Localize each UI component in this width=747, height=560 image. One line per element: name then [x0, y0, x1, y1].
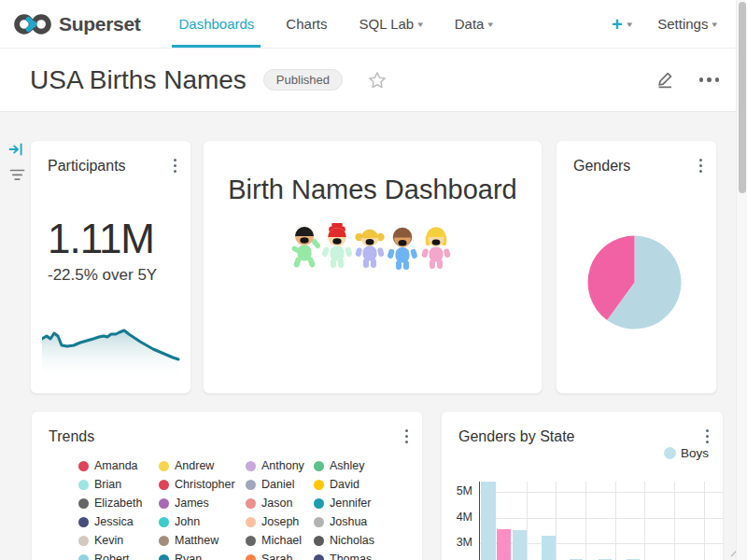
legend-item-matthew[interactable]: Matthew [159, 531, 246, 550]
participants-sparkline-chart [42, 320, 182, 374]
legend-item-christopher[interactable]: Christopher [159, 475, 246, 494]
legend-item-ashley[interactable]: Ashley [314, 456, 398, 475]
legend-item-brian[interactable]: Brian [78, 475, 159, 494]
legend-dot [78, 498, 89, 509]
caret-down-icon: ▾ [627, 20, 632, 29]
published-badge[interactable]: Published [263, 69, 343, 91]
nav-label: SQL Lab [359, 16, 415, 32]
superset-infinity-icon [13, 10, 52, 38]
legend-item-robert[interactable]: Robert [78, 550, 159, 560]
legend-item-elizabeth[interactable]: Elizabeth [78, 494, 159, 512]
genders-by-state-bar-chart [479, 482, 724, 560]
brand-name: Superset [59, 13, 140, 35]
bar-boys[interactable] [481, 482, 496, 560]
more-actions-icon[interactable] [699, 77, 720, 82]
legend-item-kevin[interactable]: Kevin [78, 531, 159, 550]
legend-item-amanda[interactable]: Amanda [78, 456, 159, 475]
legend-item-joseph[interactable]: Joseph [246, 512, 314, 531]
nav-label: Data [455, 16, 485, 32]
header-card-title: Birth Names Dashboard [204, 175, 542, 205]
nav-tab-sql-lab[interactable]: SQL Lab ▾ [344, 0, 439, 48]
settings-menu[interactable]: Settings ▾ [657, 16, 717, 32]
bar-boys[interactable] [513, 530, 527, 560]
legend-label: Amanda [94, 459, 138, 472]
title-actions [655, 70, 720, 90]
card-title: Genders [573, 158, 630, 175]
legend-dot [78, 536, 89, 546]
legend-item-joshua[interactable]: Joshua [314, 512, 398, 531]
card-menu-icon[interactable] [698, 157, 704, 175]
legend-label: Anthony [261, 459, 304, 472]
legend-item-david[interactable]: David [314, 475, 398, 494]
legend-item-jessica[interactable]: Jessica [78, 512, 159, 531]
nav-tab-charts[interactable]: Charts [270, 0, 343, 48]
card-menu-icon[interactable] [403, 427, 410, 445]
card-menu-icon[interactable] [704, 427, 711, 445]
legend-label: Robert [94, 553, 130, 560]
filter-side-toolbar [7, 141, 26, 182]
gridline [644, 482, 645, 560]
bar-boys[interactable] [542, 536, 556, 560]
dashboard-header-card: Birth Names Dashboard [203, 140, 543, 394]
nav-tab-data[interactable]: Data ▾ [439, 0, 509, 48]
legend-label: Andrew [175, 459, 214, 472]
nav-tab-dashboards[interactable]: Dashboards [162, 0, 270, 48]
nav-label: Charts [286, 16, 327, 32]
legend-dot [314, 498, 324, 509]
legend-dot [314, 536, 324, 546]
filter-list-icon[interactable] [9, 168, 25, 182]
genders-pie-chart [587, 235, 682, 329]
y-axis-tick-label: 4M [442, 511, 472, 524]
legend-item-thomas[interactable]: Thomas [314, 550, 398, 560]
legend-item-andrew[interactable]: Andrew [159, 456, 246, 475]
navbar: Superset Dashboards Charts SQL Lab ▾ Dat… [0, 0, 747, 49]
legend-item-michael[interactable]: Michael [246, 531, 314, 550]
legend-dot [246, 536, 256, 546]
new-item-button[interactable]: + ▾ [612, 15, 631, 34]
legend-label: Ashley [330, 459, 365, 472]
legend-dot [314, 554, 324, 560]
legend-dot [159, 554, 169, 560]
trends-legend: AmandaAndrewAnthonyAshleyBrianChristophe… [78, 456, 398, 560]
legend-item-jennifer[interactable]: Jennifer [314, 494, 398, 512]
legend-item-jason[interactable]: Jason [246, 494, 314, 512]
legend-item-james[interactable]: James [159, 494, 246, 512]
legend-item-nicholas[interactable]: Nicholas [314, 531, 398, 550]
legend-item-sarah[interactable]: Sarah [246, 550, 314, 560]
card-title: Trends [49, 428, 94, 445]
legend-item-boys[interactable]: Boys [664, 446, 709, 460]
legend-item-daniel[interactable]: Daniel [246, 475, 314, 494]
legend-label: Sarah [261, 553, 292, 560]
legend-dot [246, 461, 256, 471]
legend-item-anthony[interactable]: Anthony [246, 456, 314, 475]
legend-label: Thomas [330, 553, 372, 560]
legend-dot [159, 480, 169, 490]
superset-logo[interactable]: Superset [13, 0, 140, 48]
card-menu-icon[interactable] [172, 157, 178, 175]
y-axis-tick-label: 5M [442, 484, 472, 497]
bar-girls[interactable] [497, 529, 511, 560]
favorite-star-icon[interactable] [367, 70, 388, 91]
big-number-subheader: -22.5% over 5Y [48, 266, 157, 285]
legend-dot [246, 517, 256, 527]
legend-dot [246, 498, 256, 509]
legend-label: Michael [261, 534, 302, 547]
caret-down-icon: ▾ [712, 20, 718, 29]
page-scrollbar[interactable] [736, 0, 747, 560]
legend-dot [246, 480, 256, 490]
legend-label: John [175, 515, 200, 528]
gridline [674, 482, 675, 560]
legend-dot [159, 536, 169, 546]
legend-item-john[interactable]: John [159, 512, 246, 531]
y-axis-tick-label: 3M [442, 536, 472, 549]
gridline [615, 482, 616, 560]
gridline [480, 518, 724, 519]
legend-item-ryan[interactable]: Ryan [159, 550, 246, 560]
gridline [585, 482, 586, 560]
expand-filter-bar-icon[interactable] [8, 141, 25, 158]
legend-label: Jessica [94, 515, 134, 528]
genders-by-state-card: Genders by State Boys 5M4M3M [441, 411, 724, 560]
legend-label: David [330, 478, 359, 491]
scrollbar-thumb[interactable] [739, 2, 746, 193]
edit-dashboard-icon[interactable] [655, 70, 675, 90]
